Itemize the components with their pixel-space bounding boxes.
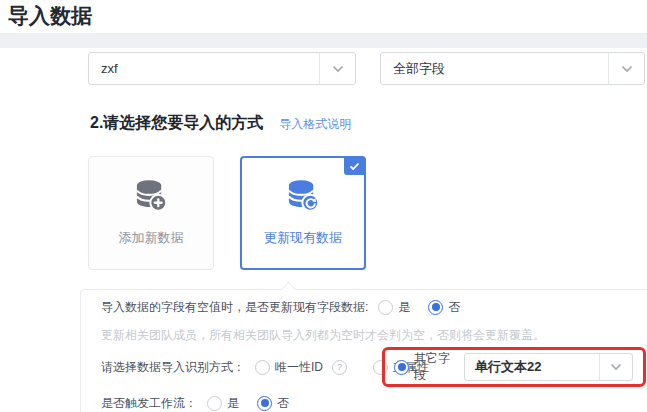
- workflow-option-no[interactable]: 否: [257, 395, 289, 412]
- radio-workflow-no[interactable]: [257, 396, 272, 411]
- identify-option-unique-id[interactable]: 唯一性ID ?: [255, 359, 347, 376]
- chevron-down-icon: [608, 53, 644, 84]
- other-field-select[interactable]: 单行文本22: [464, 353, 633, 381]
- empty-value-label: 导入数据的字段有空值时，是否更新现有字段数据:: [101, 299, 368, 316]
- radio-other-field-label: 其它字段: [414, 350, 457, 384]
- fields-select[interactable]: 全部字段: [380, 52, 645, 85]
- radio-no[interactable]: [428, 300, 443, 315]
- empty-value-option-yes[interactable]: 是: [378, 299, 410, 316]
- help-question-icon[interactable]: ?: [332, 360, 347, 375]
- import-format-link[interactable]: 导入格式说明: [279, 116, 351, 133]
- radio-unique-id[interactable]: [255, 360, 270, 375]
- step-header: 2.请选择您要导入的方式 导入格式说明: [90, 113, 351, 134]
- page-title: 导入数据: [8, 2, 92, 30]
- radio-workflow-no-label: 否: [277, 395, 289, 412]
- empty-value-option-row: 导入数据的字段有空值时，是否更新现有字段数据: 是 否: [81, 298, 647, 316]
- workflow-trigger-row: 是否触发工作流： 是 否: [81, 394, 647, 412]
- workflow-label: 是否触发工作流：: [101, 395, 197, 412]
- chevron-down-icon: [319, 53, 355, 84]
- step-heading: 2.请选择您要导入的方式: [90, 113, 263, 134]
- workflow-option-yes[interactable]: 是: [207, 395, 239, 412]
- database-refresh-icon: [285, 179, 321, 216]
- radio-unique-id-label: 唯一性ID: [275, 359, 323, 376]
- radio-yes[interactable]: [378, 300, 393, 315]
- mode-card-add-new-data[interactable]: 添加新数据: [88, 156, 214, 270]
- identify-method-label: 请选择数据导入识别方式：: [101, 359, 245, 376]
- mode-card-update-existing-data[interactable]: 更新现有数据: [240, 156, 366, 270]
- fields-select-value: 全部字段: [381, 53, 608, 84]
- panel-caret: [281, 282, 297, 298]
- radio-yes-label: 是: [398, 299, 410, 316]
- empty-value-option-no[interactable]: 否: [428, 299, 460, 316]
- import-options-panel: 导入数据的字段有空值时，是否更新现有字段数据: 是 否 更新相关团队成员，所有相…: [80, 289, 647, 412]
- mode-card-label: 添加新数据: [119, 229, 184, 247]
- database-add-icon: [133, 179, 169, 216]
- radio-workflow-yes-label: 是: [227, 395, 239, 412]
- red-annotation-highlight: 其它字段 单行文本22: [382, 347, 646, 387]
- dataset-select-value: zxf: [89, 53, 319, 84]
- helper-text: 更新相关团队成员，所有相关团队导入列都为空时才会判为空，否则将会更新覆盖。: [81, 327, 647, 343]
- mode-card-label: 更新现有数据: [264, 229, 342, 247]
- chevron-down-icon: [599, 354, 632, 380]
- selected-check-icon: [344, 158, 364, 175]
- import-mode-cards: 添加新数据 更新现有数据: [88, 156, 366, 270]
- identify-option-other-field[interactable]: 其它字段: [394, 350, 457, 384]
- header-divider-band: [0, 33, 647, 48]
- radio-no-label: 否: [448, 299, 460, 316]
- dataset-select[interactable]: zxf: [88, 52, 356, 85]
- radio-workflow-yes[interactable]: [207, 396, 222, 411]
- radio-other-field[interactable]: [394, 360, 409, 375]
- other-field-select-value: 单行文本22: [465, 354, 599, 380]
